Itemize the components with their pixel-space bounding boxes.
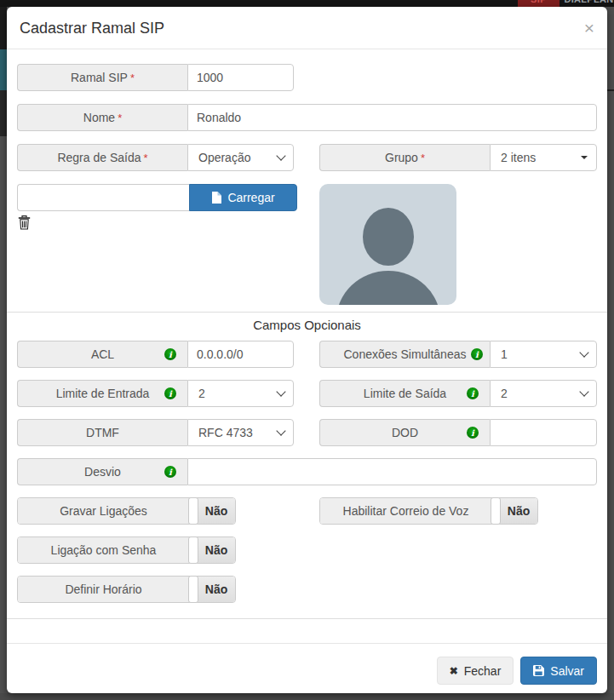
chevron-down-icon [276, 426, 285, 435]
row-dtmf-dod: DTMF RFC 4733 DOD i [17, 419, 597, 446]
ramal-sip-input[interactable] [187, 64, 294, 91]
row-ramal-sip: Ramal SIP* [17, 64, 597, 91]
limite-entrada-label: Limite de Entrada i [17, 380, 187, 407]
campos-opcionais-panel: Campos Opcionais ACL i Conexões Simultân… [7, 312, 607, 619]
info-icon[interactable]: i [164, 387, 176, 399]
background-right-strip [607, 7, 614, 700]
row-limites: Limite de Entrada i 2 Limite de Saída i [17, 380, 597, 407]
row-toggles-3: Definir Horário Não [17, 576, 597, 603]
modal-body: Ramal SIP* Nome* Regra de Saída* Opera [7, 49, 607, 643]
desvio-input[interactable] [187, 458, 597, 485]
dtmf-label: DTMF [17, 419, 187, 446]
nome-input[interactable] [187, 104, 597, 131]
toggle-state: Não [500, 498, 537, 524]
limite-entrada-select[interactable]: 2 [187, 380, 294, 407]
ramal-sip-label: Ramal SIP* [17, 64, 187, 91]
file-icon [211, 192, 221, 204]
conexoes-simultaneas-label: Conexões Simultâneas i [319, 341, 490, 368]
background-left-strip [0, 7, 7, 700]
info-icon[interactable]: i [164, 466, 176, 478]
chevron-down-icon [579, 347, 588, 357]
acl-label: ACL i [17, 341, 187, 368]
grupo-multiselect[interactable]: 2 itens [490, 144, 597, 171]
limite-saida-select[interactable]: 2 [490, 380, 597, 407]
row-acl-conexoes: ACL i Conexões Simultâneas i 1 [17, 341, 597, 368]
regra-saida-select[interactable]: Operação [187, 144, 294, 171]
carregar-button[interactable]: Carregar [189, 184, 297, 211]
avatar [319, 184, 456, 305]
toggle-handle [491, 497, 501, 525]
acl-input[interactable] [187, 341, 294, 368]
row-regra-grupo: Regra de Saída* Operação Grupo* 2 itens [17, 144, 597, 171]
cadastrar-ramal-sip-modal: Cadastrar Ramal SIP × Ramal SIP* Nome* [7, 7, 607, 693]
toggle-state: Não [198, 537, 235, 563]
row-toggles-1: Gravar Ligações Não Habilitar Correio de… [17, 497, 597, 525]
toggle-state: Não [198, 577, 235, 602]
ligacao-com-senha-toggle[interactable]: Ligação com Senha Não [17, 536, 236, 564]
gravar-ligacoes-toggle[interactable]: Gravar Ligações Não [17, 497, 236, 525]
required-marker: * [130, 72, 135, 84]
info-icon[interactable]: i [467, 387, 479, 399]
nome-label: Nome* [17, 104, 187, 131]
chevron-down-icon [276, 387, 285, 396]
definir-horario-toggle[interactable]: Definir Horário Não [17, 576, 236, 603]
toggle-handle [188, 497, 198, 525]
close-icon[interactable]: × [584, 19, 594, 37]
regra-saida-label: Regra de Saída* [17, 144, 187, 171]
row-foto: Carregar [17, 184, 597, 305]
toggle-handle [188, 576, 198, 603]
background-bottom-strip [0, 693, 614, 700]
chevron-down-icon [276, 151, 285, 160]
modal-header: Cadastrar Ramal SIP × [7, 7, 607, 49]
habilitar-correio-voz-toggle[interactable]: Habilitar Correio de Voz Não [319, 497, 538, 525]
required-marker: * [144, 152, 148, 164]
save-icon [533, 665, 544, 676]
info-icon[interactable]: i [164, 348, 176, 360]
fechar-button[interactable]: ✖ Fechar [437, 657, 514, 685]
dtmf-select[interactable]: RFC 4733 [187, 419, 294, 446]
required-marker: * [118, 112, 122, 124]
avatar-head [363, 208, 414, 266]
info-icon[interactable]: i [471, 348, 483, 360]
row-toggles-2: Ligação com Senha Não [17, 536, 597, 564]
info-icon[interactable]: i [467, 427, 479, 439]
caret-down-icon [581, 156, 588, 159]
salvar-button[interactable]: Salvar [520, 657, 597, 685]
toggle-state: Não [198, 498, 235, 524]
limite-saida-label: Limite de Saída i [319, 380, 490, 407]
conexoes-simultaneas-select[interactable]: 1 [490, 341, 597, 368]
desvio-label: Desvio i [17, 458, 187, 485]
grupo-label: Grupo* [319, 144, 490, 171]
background-tab-dialplan: DIALPLAN [564, 0, 614, 7]
background-tab-sip: SIP [518, 0, 559, 7]
dod-input[interactable] [490, 419, 597, 446]
campos-opcionais-heading: Campos Opcionais [17, 318, 597, 332]
row-desvio: Desvio i [17, 458, 597, 485]
close-x-icon: ✖ [450, 665, 458, 677]
modal-title: Cadastrar Ramal SIP [20, 20, 594, 37]
required-marker: * [421, 152, 425, 164]
trash-icon[interactable] [17, 215, 31, 230]
modal-footer: ✖ Fechar Salvar [7, 643, 607, 693]
row-nome: Nome* [17, 104, 597, 131]
foto-filename-input[interactable] [17, 184, 189, 211]
dod-label: DOD i [319, 419, 490, 446]
toggle-handle [188, 536, 198, 564]
chevron-down-icon [579, 387, 588, 396]
